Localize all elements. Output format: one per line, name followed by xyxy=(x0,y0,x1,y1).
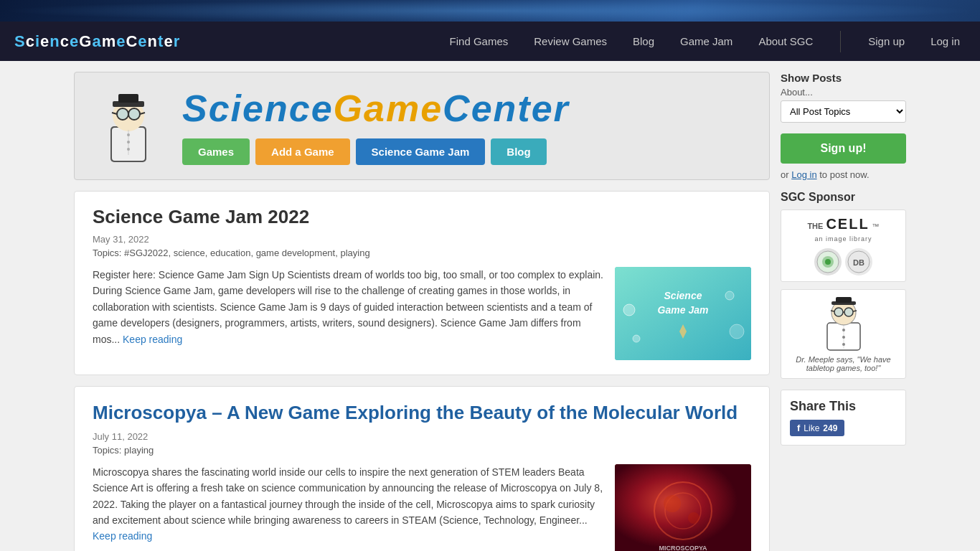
post-body-row-1: Register here: Science Game Jam Sign Up … xyxy=(93,267,751,360)
svg-point-44 xyxy=(844,309,852,316)
hero-content: ScienceGameCenter Games Add a Game Scien… xyxy=(182,87,748,165)
cell-title: CELL xyxy=(826,216,869,232)
hero-buttons: Games Add a Game Science Game Jam Blog xyxy=(182,138,748,165)
cell-sponsor-box[interactable]: THE CELL ™ an image library xyxy=(781,209,906,282)
nav-find-games[interactable]: Find Games xyxy=(444,32,514,51)
svg-text:MICROSCOPYA: MICROSCOPYA xyxy=(659,545,707,551)
navbar: ScienceGameCenter Find Games Review Game… xyxy=(0,22,980,61)
nav-about-sgc[interactable]: About SGC xyxy=(753,32,819,51)
post-topics-1: Topics: #SGJ2022, science, education, ga… xyxy=(93,248,751,258)
like-label: Like xyxy=(804,423,819,433)
svg-point-20 xyxy=(725,291,734,300)
svg-point-38 xyxy=(842,336,845,339)
sponsor-title: SGC Sponsor xyxy=(781,191,906,204)
post-title-2[interactable]: Microscopya – A New Game Exploring the B… xyxy=(93,402,738,423)
post-image-1: Science Game Jam xyxy=(615,267,751,360)
sidebar: Show Posts About... All Post Topics Scie… xyxy=(781,72,906,551)
share-title: Share This xyxy=(790,399,897,414)
svg-point-27 xyxy=(664,495,681,512)
hero-banner: ScienceGameCenter Games Add a Game Scien… xyxy=(74,72,770,180)
cell-circle-icon xyxy=(814,248,842,276)
sidebar-sponsor: SGC Sponsor THE CELL ™ an image library xyxy=(781,191,906,379)
svg-point-21 xyxy=(730,324,744,339)
about-label: About... xyxy=(781,87,906,98)
post-image-2: MICROSCOPYA xyxy=(615,464,751,551)
post-title-1: Science Game Jam 2022 xyxy=(93,206,751,228)
hero-mascot xyxy=(96,90,168,162)
site-logo[interactable]: ScienceGameCenter xyxy=(14,32,180,51)
svg-point-13 xyxy=(127,133,130,136)
nav-links: Find Games Review Games Blog Game Jam Ab… xyxy=(444,31,966,52)
show-posts-label: Show Posts xyxy=(781,72,906,84)
nav-review-games[interactable]: Review Games xyxy=(528,32,613,51)
sidebar-or-text: or Log in to post now. xyxy=(781,169,906,180)
svg-point-14 xyxy=(127,141,130,143)
post-text-2: Microscopya shares the fascinating world… xyxy=(93,464,604,545)
svg-text:Science: Science xyxy=(664,290,702,301)
topics-dropdown[interactable]: All Post Topics Science Games Education … xyxy=(781,100,906,123)
svg-rect-24 xyxy=(615,464,751,551)
cell-logo: THE CELL ™ an image library xyxy=(787,216,900,276)
dr-meeple-box[interactable]: Dr. Meeple says, "We have tabletop games… xyxy=(781,289,906,379)
svg-point-37 xyxy=(842,329,845,331)
blog-button[interactable]: Blog xyxy=(491,138,546,165)
cell-subtitle: an image library xyxy=(814,235,872,242)
top-banner xyxy=(0,0,980,22)
cell-db-icon: DB xyxy=(845,248,872,276)
post-card-2: Microscopya – A New Game Exploring the B… xyxy=(74,386,770,551)
sidebar-signup: Sign up! or Log in to post now. xyxy=(781,133,906,180)
fb-like-button[interactable]: f Like 249 xyxy=(790,420,844,436)
add-game-button[interactable]: Add a Game xyxy=(255,138,350,165)
svg-point-8 xyxy=(118,109,128,119)
cell-logo-icons: DB xyxy=(814,248,872,276)
to-post-text: to post now. xyxy=(819,169,869,180)
share-box: Share This f Like 249 xyxy=(781,390,906,446)
post-body-row-2: Microscopya shares the fascinating world… xyxy=(93,464,751,551)
dr-meeple-figure xyxy=(787,296,900,355)
keep-reading-1[interactable]: Keep reading xyxy=(123,334,182,345)
svg-point-32 xyxy=(825,259,831,265)
or-text: or xyxy=(781,169,789,180)
svg-point-39 xyxy=(842,343,845,346)
post-text-1: Register here: Science Game Jam Sign Up … xyxy=(93,267,604,347)
games-button[interactable]: Games xyxy=(182,138,250,165)
svg-point-43 xyxy=(834,309,842,316)
main-container: ScienceGameCenter Games Add a Game Scien… xyxy=(67,72,913,551)
nav-blog[interactable]: Blog xyxy=(627,32,660,51)
svg-text:DB: DB xyxy=(853,258,864,267)
content-column: ScienceGameCenter Games Add a Game Scien… xyxy=(74,72,770,551)
nav-signup[interactable]: Sign up xyxy=(862,32,910,51)
svg-line-47 xyxy=(853,311,857,311)
hero-title: ScienceGameCenter xyxy=(182,87,748,130)
post-card-1: Science Game Jam 2022 May 31, 2022 Topic… xyxy=(74,191,770,375)
svg-line-46 xyxy=(831,311,834,311)
nav-game-jam[interactable]: Game Jam xyxy=(674,32,738,51)
signup-button[interactable]: Sign up! xyxy=(781,133,906,164)
svg-text:Game Jam: Game Jam xyxy=(658,304,709,316)
nav-login[interactable]: Log in xyxy=(925,32,966,51)
dr-meeple-caption: Dr. Meeple says, "We have tabletop games… xyxy=(787,355,900,372)
post-body-text-2: Microscopya shares the fascinating world… xyxy=(93,466,603,526)
post-date-1: May 31, 2022 xyxy=(93,234,751,245)
science-game-jam-button[interactable]: Science Game Jam xyxy=(356,138,486,165)
svg-point-15 xyxy=(127,148,130,151)
nav-divider xyxy=(840,31,841,52)
svg-point-22 xyxy=(633,335,640,342)
login-link[interactable]: Log in xyxy=(791,169,816,180)
svg-rect-11 xyxy=(118,94,138,103)
svg-rect-49 xyxy=(836,297,852,303)
like-count: 249 xyxy=(823,423,837,433)
post-date-2: July 11, 2022 xyxy=(93,431,751,442)
svg-point-28 xyxy=(688,512,699,524)
svg-point-19 xyxy=(623,304,635,316)
svg-point-9 xyxy=(129,109,139,119)
post-topics-2: Topics: playing xyxy=(93,445,751,456)
sidebar-show-posts: Show Posts About... All Post Topics Scie… xyxy=(781,72,906,123)
fb-icon: f xyxy=(797,423,800,433)
keep-reading-2[interactable]: Keep reading xyxy=(93,530,152,542)
